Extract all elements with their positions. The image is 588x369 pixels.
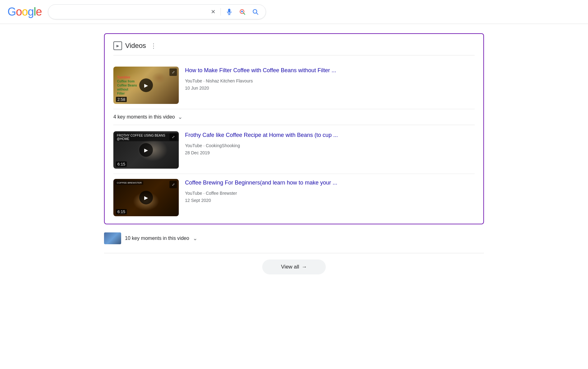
video-info-1: How to Make Filter Coffee with Coffee Be…: [185, 67, 475, 91]
video-source-3: YouTube · Coffee Brewster: [185, 190, 475, 197]
video-source-2: YouTube · CookingShooking: [185, 142, 475, 149]
svg-point-3: [241, 11, 243, 12]
video-meta-1: YouTube · Nishaz Kitchen Flavours 10 Jun…: [185, 77, 475, 91]
video-thumbnail-2[interactable]: FROTHY COFFEE USING BEANS @HOME ▶ ⤢ 6:15: [113, 131, 179, 169]
key-moments-text-1: 4 key moments in this video: [113, 114, 175, 120]
play-button-1[interactable]: ▶: [139, 78, 153, 92]
google-logo[interactable]: Google: [7, 5, 42, 18]
bottom-key-moments-row: 10 key moments in this video ⌄: [104, 229, 484, 250]
video-duration-3: 6:15: [116, 209, 127, 214]
videos-section-title: Videos: [125, 42, 146, 50]
video-info-2: Frothy Cafe like Coffee Recipe at Home w…: [185, 131, 475, 156]
video-meta-3: YouTube · Coffee Brewster 12 Sept 2020: [185, 190, 475, 204]
header: Google how to make coffee from coffee be…: [0, 0, 588, 24]
mini-thumbnail: [104, 232, 121, 244]
video-date-1: 10 Jun 2020: [185, 85, 475, 91]
key-moments-chevron-1[interactable]: ⌄: [178, 114, 183, 120]
video-title-2[interactable]: Frothy Cafe like Coffee Recipe at Home w…: [185, 131, 475, 139]
video-item-1: Tumbler Coffee fromCoffee BeanswithoutFi…: [113, 62, 475, 109]
view-all-arrow: →: [302, 264, 307, 270]
svg-line-6: [256, 13, 258, 14]
expand-button-3[interactable]: ⤢: [169, 181, 177, 188]
search-icons-group: ✕: [210, 7, 260, 16]
svg-line-4: [244, 13, 245, 15]
search-submit-button[interactable]: [251, 7, 260, 16]
expand-button-1[interactable]: ⤢: [169, 68, 177, 76]
video-duration-2: 6:15: [116, 161, 127, 167]
clear-icon: ✕: [211, 8, 216, 15]
video-title-3[interactable]: Coffee Brewing For Beginners(and learn h…: [185, 179, 475, 187]
bottom-section: 10 key moments in this video ⌄ View all …: [104, 224, 484, 281]
play-button-3[interactable]: ▶: [139, 191, 153, 204]
videos-panel: Videos ⋮ Tumbler Coffee fromCoffee Beans…: [104, 33, 484, 224]
video-duration-1: 2:58: [116, 97, 127, 102]
video-meta-2: YouTube · CookingShooking 28 Dec 2019: [185, 142, 475, 156]
voice-search-button[interactable]: [225, 7, 234, 16]
play-button-2[interactable]: ▶: [139, 143, 153, 157]
panel-header: Videos ⋮: [113, 41, 475, 55]
lens-icon: [239, 8, 246, 15]
lens-search-button[interactable]: [238, 7, 247, 16]
video-item-3: COFFEE BREWSTER ▶ ⤢ 6:15 Coffee Brewing …: [113, 174, 475, 216]
search-input[interactable]: how to make coffee from coffee beans: [54, 9, 206, 15]
video-title-1[interactable]: How to Make Filter Coffee with Coffee Be…: [185, 67, 475, 74]
search-icon: [252, 8, 259, 15]
icon-divider: [220, 8, 221, 16]
view-all-label: View all: [281, 264, 299, 270]
video-info-3: Coffee Brewing For Beginners(and learn h…: [185, 179, 475, 204]
bottom-key-moments-chevron[interactable]: ⌄: [193, 235, 197, 242]
video-item-2: FROTHY COFFEE USING BEANS @HOME ▶ ⤢ 6:15…: [113, 126, 475, 174]
video-source-1: YouTube · Nishaz Kitchen Flavours: [185, 77, 475, 84]
video-date-2: 28 Dec 2019: [185, 149, 475, 156]
search-bar: how to make coffee from coffee beans ✕: [48, 4, 266, 19]
view-all-container: View all →: [104, 253, 484, 281]
main-content: Videos ⋮ Tumbler Coffee fromCoffee Beans…: [92, 33, 496, 281]
videos-section-icon: [113, 41, 122, 50]
key-moments-row-1[interactable]: 4 key moments in this video ⌄: [113, 109, 475, 125]
video-thumbnail-3[interactable]: COFFEE BREWSTER ▶ ⤢ 6:15: [113, 179, 179, 216]
video-date-3: 12 Sept 2020: [185, 197, 475, 204]
expand-button-2[interactable]: ⤢: [169, 133, 177, 141]
bottom-key-moments-text: 10 key moments in this video: [125, 236, 189, 241]
video-thumbnail-1[interactable]: Tumbler Coffee fromCoffee BeanswithoutFi…: [113, 67, 179, 104]
thumb-label-3: COFFEE BREWSTER: [115, 181, 143, 185]
mic-icon: [226, 8, 233, 15]
videos-more-button[interactable]: ⋮: [150, 42, 157, 49]
clear-button[interactable]: ✕: [210, 7, 217, 16]
view-all-button[interactable]: View all →: [262, 259, 325, 274]
